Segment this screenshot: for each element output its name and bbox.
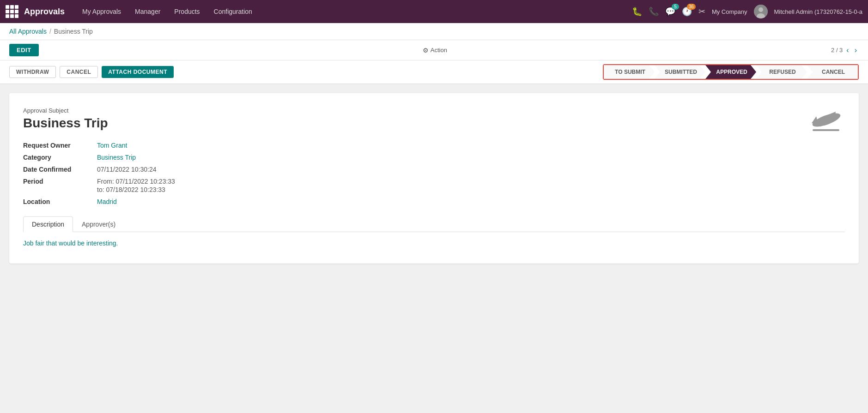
- pagination: 2 / 3 ‹ ›: [831, 45, 859, 55]
- label-category: Category: [23, 154, 97, 161]
- app-brand[interactable]: Approvals: [24, 7, 65, 17]
- breadcrumb-parent[interactable]: All Approvals: [9, 28, 47, 35]
- step-to-submit[interactable]: TO SUBMIT: [604, 65, 655, 79]
- svg-rect-7: [813, 129, 839, 131]
- value-date-confirmed: 07/11/2022 10:30:24: [97, 166, 156, 173]
- chat-badge: 5: [672, 4, 679, 10]
- bug-icon[interactable]: 🐛: [632, 6, 642, 17]
- next-arrow[interactable]: ›: [853, 45, 859, 55]
- action-button[interactable]: ⚙ Action: [423, 47, 447, 54]
- nav-right: 🐛 📞 💬 5 🕐 36 ✂ My Company Mitchell Admin…: [632, 5, 862, 18]
- breadcrumb-current: Business Trip: [54, 28, 93, 35]
- status-bar: WITHDRAW CANCEL ATTACH DOCUMENT TO SUBMI…: [0, 60, 868, 84]
- chat-icon[interactable]: 💬 5: [665, 6, 675, 17]
- action-label: Action: [431, 47, 447, 54]
- tools-icon[interactable]: ✂: [698, 6, 705, 17]
- step-submitted[interactable]: SUBMITTED: [655, 65, 705, 79]
- clock-badge: 36: [687, 4, 696, 10]
- tab-approvers[interactable]: Approver(s): [73, 216, 124, 232]
- attach-document-button[interactable]: ATTACH DOCUMENT: [102, 66, 174, 78]
- period-from: From: 07/11/2022 10:23:33: [97, 178, 175, 185]
- step-cancel[interactable]: CANCEL: [807, 65, 858, 79]
- status-actions: WITHDRAW CANCEL ATTACH DOCUMENT: [9, 66, 174, 78]
- cancel-action-button[interactable]: CANCEL: [60, 66, 98, 78]
- main-content: Approval Subject Business Trip Request O…: [0, 84, 868, 413]
- edit-button[interactable]: EDIT: [9, 44, 39, 56]
- navbar: Approvals My Approvals Manager Products …: [0, 0, 868, 23]
- action-left: EDIT: [9, 44, 39, 56]
- svg-marker-5: [812, 116, 818, 124]
- label-period: Period: [23, 178, 97, 185]
- tab-content-description: Job fair that would be interesting.: [23, 232, 845, 254]
- workflow-steps: TO SUBMIT SUBMITTED APPROVED REFUSED CAN…: [603, 64, 859, 80]
- field-period: Period From: 07/11/2022 10:23:33 to: 07/…: [23, 178, 845, 193]
- nav-manager[interactable]: Manager: [128, 5, 167, 18]
- gear-icon: ⚙: [423, 47, 429, 54]
- svg-point-1: [759, 7, 763, 12]
- field-request-owner: Request Owner Tom Grant: [23, 142, 845, 149]
- nav-configuration[interactable]: Configuration: [207, 5, 259, 18]
- label-date-confirmed: Date Confirmed: [23, 166, 97, 173]
- value-location[interactable]: Madrid: [97, 198, 117, 205]
- nav-menu: My Approvals Manager Products Configurat…: [76, 5, 630, 18]
- breadcrumb: All Approvals / Business Trip: [0, 23, 868, 40]
- period-to: to: 07/18/2022 10:23:33: [97, 186, 175, 193]
- tabs-bar: Description Approver(s): [23, 216, 845, 232]
- label-request-owner: Request Owner: [23, 142, 97, 149]
- subject-label: Approval Subject: [23, 107, 845, 114]
- step-approved[interactable]: APPROVED: [705, 65, 756, 79]
- prev-arrow[interactable]: ‹: [844, 45, 850, 55]
- step-refused[interactable]: REFUSED: [756, 65, 807, 79]
- field-location: Location Madrid: [23, 198, 845, 205]
- period-values: From: 07/11/2022 10:23:33 to: 07/18/2022…: [97, 178, 175, 193]
- company-name[interactable]: My Company: [712, 8, 747, 15]
- breadcrumb-separator: /: [49, 28, 51, 35]
- user-name[interactable]: Mitchell Admin (17320762-15-0-a: [774, 8, 863, 15]
- nav-my-approvals[interactable]: My Approvals: [76, 5, 127, 18]
- phone-icon[interactable]: 📞: [649, 6, 659, 17]
- nav-products[interactable]: Products: [168, 5, 206, 18]
- value-category[interactable]: Business Trip: [97, 154, 136, 161]
- fields-section: Request Owner Tom Grant Category Busines…: [23, 142, 845, 205]
- withdraw-button[interactable]: WITHDRAW: [9, 66, 56, 78]
- description-text: Job fair that would be interesting.: [23, 239, 845, 247]
- value-request-owner[interactable]: Tom Grant: [97, 142, 127, 149]
- pagination-text: 2 / 3: [831, 47, 843, 54]
- user-avatar[interactable]: [754, 5, 768, 18]
- label-location: Location: [23, 198, 97, 205]
- record-title: Business Trip: [23, 116, 845, 131]
- clock-icon[interactable]: 🕐 36: [682, 6, 692, 17]
- record-card: Approval Subject Business Trip Request O…: [9, 93, 859, 263]
- action-bar: EDIT ⚙ Action 2 / 3 ‹ ›: [0, 40, 868, 60]
- plane-icon: [808, 107, 845, 140]
- field-category: Category Business Trip: [23, 154, 845, 161]
- grid-menu-icon[interactable]: [6, 5, 18, 18]
- tab-description[interactable]: Description: [23, 216, 73, 232]
- field-date-confirmed: Date Confirmed 07/11/2022 10:30:24: [23, 166, 845, 173]
